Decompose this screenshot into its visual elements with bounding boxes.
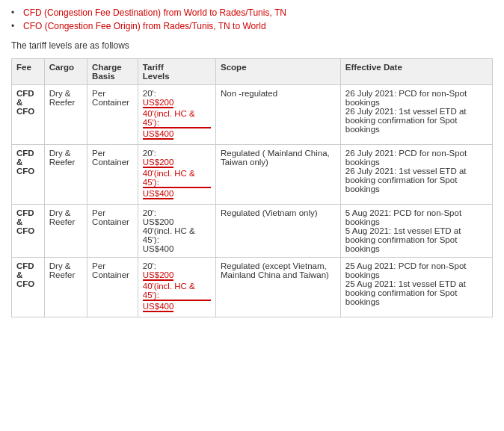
cell-date: 26 July 2021: PCD for non-Spot bookings2… [340,85,492,145]
header-tariff: TariffLevels [138,59,215,85]
cell-fee: CFD&CFO [12,145,45,205]
bullet-list: CFD (Congestion Fee Destination) from Wo… [11,7,493,31]
cfd-link[interactable]: CFD (Congestion Fee Destination) from Wo… [23,7,286,18]
cell-basis: Per Container [87,85,138,145]
cell-scope: Regulated (except Vietnam, Mainland Chin… [216,258,341,317]
header-cargo: Cargo [44,59,87,85]
cell-tariff: 20':US$20040'(incl. HC & 45'):US$400 [138,258,215,317]
cfo-link[interactable]: CFO (Congestion Fee Origin) from Rades/T… [23,21,266,31]
cell-tariff: 20':US$20040'(incl. HC & 45'):US$400 [138,145,215,205]
cell-scope: Regulated ( Mainland China, Taiwan only) [216,145,341,205]
header-date: Effective Date [340,59,492,85]
table-row: CFD&CFODry & ReeferPer Container20':US$2… [12,258,493,317]
cell-tariff: 20':US$20040'(incl. HC & 45'):US$400 [138,205,215,258]
cell-scope: Non -regulated [216,85,341,145]
intro-text: The tariff levels are as follows [11,40,493,51]
cell-fee: CFD&CFO [12,85,45,145]
cell-basis: Per Container [87,258,138,317]
cell-fee: CFD&CFO [12,205,45,258]
cell-date: 25 Aug 2021: PCD for non-Spot bookings25… [340,258,492,317]
cell-tariff: 20':US$20040'(incl. HC & 45'):US$400 [138,85,215,145]
cell-date: 26 July 2021: PCD for non-Spot bookings2… [340,145,492,205]
table-row: CFD&CFODry & ReeferPer Container20':US$2… [12,85,493,145]
tariff-table: Fee Cargo ChargeBasis TariffLevels Scope… [11,58,493,317]
table-row: CFD&CFODry & ReeferPer Container20':US$2… [12,145,493,205]
cell-scope: Regulated (Vietnam only) [216,205,341,258]
header-fee: Fee [12,59,45,85]
cell-cargo: Dry & Reefer [44,85,87,145]
bullet-item-1: CFD (Congestion Fee Destination) from Wo… [11,7,493,18]
cell-basis: Per Container [87,205,138,258]
bullet-item-2: CFO (Congestion Fee Origin) from Rades/T… [11,21,493,31]
cell-date: 5 Aug 2021: PCD for non-Spot bookings5 A… [340,205,492,258]
header-scope: Scope [216,59,341,85]
cell-cargo: Dry & Reefer [44,205,87,258]
header-basis: ChargeBasis [87,59,138,85]
cell-fee: CFD&CFO [12,258,45,317]
table-row: CFD&CFODry & ReeferPer Container20':US$2… [12,205,493,258]
table-header-row: Fee Cargo ChargeBasis TariffLevels Scope… [12,59,493,85]
cell-cargo: Dry & Reefer [44,145,87,205]
cell-cargo: Dry & Reefer [44,258,87,317]
cell-basis: Per Container [87,145,138,205]
